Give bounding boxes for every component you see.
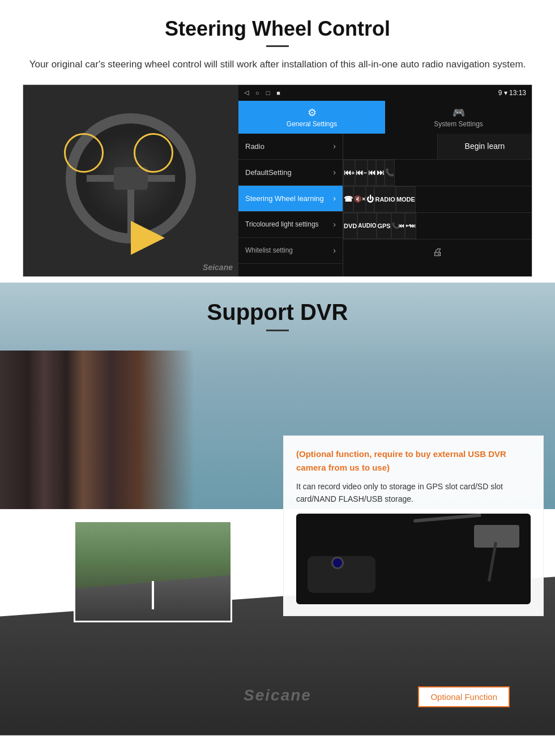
title-divider — [266, 45, 289, 47]
dvr-cable — [413, 514, 481, 523]
car-ui-composite: Seicane ◁ ○ □ ■ 9 ▾ 13:13 ⚙ General Sett… — [23, 84, 532, 277]
dvr-optional-heading: (Optional function, require to buy exter… — [296, 447, 531, 475]
ctrl-radio[interactable]: RADIO — [374, 186, 395, 212]
section2-title-divider — [266, 330, 289, 331]
ctrl-return-next[interactable]: ↩⏭ — [405, 213, 416, 239]
android-tabs: ⚙ General Settings 🎮 System Settings — [238, 101, 532, 134]
steering-wheel-image: Seicane — [23, 85, 238, 277]
menu-left-panel: Radio › DefaultSetting › Steering Wheel … — [238, 134, 343, 276]
ctrl-hangup[interactable]: ☎ — [343, 186, 353, 212]
ctrl-mute[interactable]: 🔇× — [353, 186, 366, 212]
seicane-watermark: Seicane — [203, 263, 233, 272]
general-settings-icon: ⚙ — [308, 106, 317, 119]
wheel-center — [114, 167, 148, 190]
section2-title: Support DVR — [0, 300, 555, 325]
begin-learn-button[interactable]: Begin learn — [438, 134, 532, 159]
ctrl-mode[interactable]: MODE — [396, 186, 416, 212]
tab-general-label: General Settings — [287, 120, 337, 128]
statusbar-time: 9 ▾ 13:13 — [498, 89, 526, 97]
menu-swlearning-label: Steering Wheel learning — [245, 194, 324, 203]
tab-general-settings[interactable]: ⚙ General Settings — [238, 101, 385, 134]
ctrl-audio[interactable]: AUDIO — [357, 213, 377, 239]
dvr-preview-thumbnail — [74, 520, 232, 622]
dvr-camera-area — [296, 514, 531, 604]
menu-item-whitelist[interactable]: Whitelist setting › — [238, 238, 343, 264]
android-statusbar: ◁ ○ □ ■ 9 ▾ 13:13 — [238, 85, 532, 101]
back-icon[interactable]: ◁ — [244, 89, 249, 96]
menu-tricoloured-label: Tricoloured light settings — [245, 220, 319, 228]
menu-radio-label: Radio — [245, 142, 264, 151]
dvr-description: It can record video only to storage in G… — [296, 480, 531, 506]
section1-description: Your original car's steering wheel contr… — [23, 57, 532, 72]
tab-system-settings[interactable]: 🎮 System Settings — [385, 101, 532, 134]
defaultsetting-chevron-icon: › — [333, 168, 336, 177]
control-row-3: DVD AUDIO GPS 📞⏮ ↩⏭ — [343, 213, 532, 239]
arrow-shape — [131, 221, 165, 255]
tab-system-label: System Settings — [434, 120, 483, 128]
control-row-2: ☎ 🔇× ⏻ RADIO MODE — [343, 186, 532, 213]
seicane-logo-watermark: Seicane — [244, 686, 311, 704]
system-settings-icon: 🎮 — [452, 106, 465, 119]
whitelist-icon-row: 🖨 — [343, 239, 532, 265]
dvr-info-card: (Optional function, require to buy exter… — [283, 435, 544, 617]
usb-connector — [474, 525, 519, 548]
begin-learn-row: Begin learn — [343, 134, 532, 160]
radio-chevron-icon: › — [333, 142, 336, 151]
usb-cable-segment — [488, 542, 497, 582]
menu-item-radio[interactable]: Radio › — [238, 134, 343, 160]
menu-right-panel: Begin learn ⏮+ ⏮− ⏮ ⏭ 📞 ☎ 🔇× ⏻ — [343, 134, 532, 276]
ctrl-power[interactable]: ⏻ — [366, 186, 374, 212]
section-steering-wheel: Steering Wheel Control Your original car… — [0, 0, 555, 277]
home-icon[interactable]: ○ — [255, 89, 259, 96]
begin-learn-empty-cell — [343, 134, 438, 159]
menu-item-default-setting[interactable]: DefaultSetting › — [238, 160, 343, 186]
ctrl-vol-down[interactable]: ⏮− — [355, 160, 367, 186]
whitelist-icon[interactable]: 🖨 — [343, 246, 532, 258]
recents-icon[interactable]: □ — [266, 89, 270, 96]
android-ui-panel: ◁ ○ □ ■ 9 ▾ 13:13 ⚙ General Settings 🎮 S… — [238, 85, 532, 276]
control-row-1: ⏮+ ⏮− ⏮ ⏭ 📞 — [343, 160, 532, 186]
ctrl-prev[interactable]: ⏮ — [368, 160, 376, 186]
statusbar-left: ◁ ○ □ ■ — [244, 89, 280, 96]
ctrl-vol-up[interactable]: ⏮+ — [343, 160, 355, 186]
ctrl-dvd[interactable]: DVD — [343, 213, 357, 239]
ctrl-phone[interactable]: 📞 — [385, 160, 395, 186]
menu-whitelist-label: Whitelist setting — [245, 246, 293, 254]
menu-item-steering-wheel-learning[interactable]: Steering Wheel learning › — [238, 186, 343, 212]
swlearning-chevron-icon: › — [333, 194, 336, 203]
arrow-overlay — [119, 221, 176, 255]
highlight-left-controls — [64, 133, 104, 173]
android-menu: Radio › DefaultSetting › Steering Wheel … — [238, 134, 532, 276]
ctrl-phone-prev[interactable]: 📞⏮ — [391, 213, 405, 239]
ctrl-next[interactable]: ⏭ — [376, 160, 385, 186]
ctrl-gps[interactable]: GPS — [377, 213, 391, 239]
section-dvr: Support DVR (Optional function, require … — [0, 283, 555, 736]
whitelist-chevron-icon: › — [333, 246, 336, 255]
menu-defaultsetting-label: DefaultSetting — [245, 168, 292, 177]
dvr-preview-road-line — [152, 581, 154, 609]
menu-item-tricoloured[interactable]: Tricoloured light settings › — [238, 212, 343, 238]
dvr-title-area: Support DVR — [0, 300, 555, 331]
section1-title: Steering Wheel Control — [23, 17, 532, 41]
tricoloured-chevron-icon: › — [333, 220, 336, 229]
highlight-right-controls — [134, 133, 173, 173]
optional-function-badge: Optional Function — [418, 686, 510, 707]
menu-icon[interactable]: ■ — [276, 89, 280, 96]
